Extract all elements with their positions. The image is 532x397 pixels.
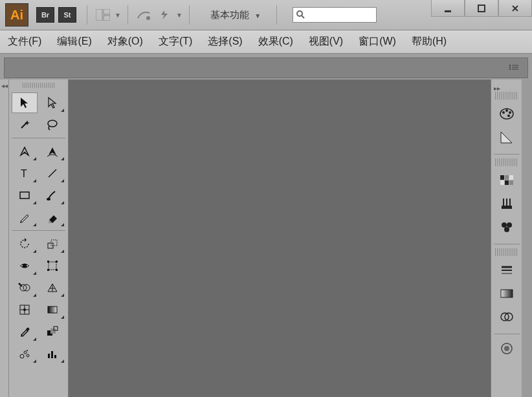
svg-point-22 — [47, 198, 50, 200]
pencil-tool[interactable] — [12, 207, 38, 228]
color-guide-panel-icon[interactable] — [495, 127, 518, 147]
selection-tool[interactable] — [12, 92, 38, 113]
svg-point-56 — [509, 111, 511, 114]
svg-rect-44 — [50, 328, 56, 334]
brushes-panel-icon[interactable] — [495, 193, 518, 214]
stroke-panel-icon[interactable] — [495, 260, 518, 281]
free-transform-tool[interactable] — [39, 255, 65, 276]
perspective-grid-tool[interactable] — [39, 277, 65, 298]
svg-rect-59 — [505, 175, 509, 180]
svg-point-3 — [146, 16, 150, 20]
menu-edit[interactable]: 编辑(E) — [57, 35, 91, 48]
menu-help[interactable]: 帮助(H) — [412, 35, 447, 48]
eyedropper-tool[interactable] — [12, 321, 38, 342]
svg-rect-63 — [509, 180, 513, 185]
panel-grip[interactable] — [9, 81, 68, 90]
panel-grip[interactable] — [495, 92, 518, 100]
svg-rect-21 — [20, 192, 29, 198]
column-graph-tool[interactable] — [39, 343, 65, 364]
maximize-button[interactable] — [465, 0, 498, 17]
workspace-dropdown[interactable]: 基本功能 ▼ — [201, 6, 270, 24]
svg-line-20 — [49, 169, 56, 177]
svg-point-54 — [502, 111, 505, 114]
color-panel-icon[interactable] — [495, 103, 518, 124]
blend-tool[interactable] — [39, 321, 65, 342]
menu-effect[interactable]: 效果(C) — [258, 35, 293, 48]
mesh-tool[interactable] — [12, 299, 38, 320]
direct-selection-tool[interactable] — [39, 92, 65, 113]
svg-point-4 — [297, 11, 302, 16]
svg-rect-2 — [104, 16, 110, 21]
svg-rect-51 — [51, 351, 53, 358]
arrange-documents-icon[interactable] — [94, 7, 112, 23]
type-tool[interactable]: T — [12, 163, 38, 184]
svg-text:T: T — [21, 168, 27, 179]
gradient-tool[interactable] — [39, 299, 65, 320]
close-button[interactable] — [498, 0, 532, 17]
paintbrush-tool[interactable] — [39, 185, 65, 206]
svg-rect-29 — [56, 261, 58, 263]
rotate-tool[interactable] — [12, 233, 38, 254]
canvas-area[interactable] — [69, 80, 491, 397]
right-scrollbar[interactable] — [522, 80, 532, 397]
svg-point-47 — [24, 351, 27, 354]
rectangle-tool[interactable] — [12, 185, 38, 206]
svg-rect-60 — [509, 175, 513, 180]
pen-tool[interactable] — [12, 141, 38, 162]
right-panel-dock: ▸▸ — [491, 80, 522, 397]
svg-point-17 — [48, 120, 57, 127]
panel-grip[interactable] — [495, 158, 518, 166]
search-input[interactable] — [293, 7, 377, 23]
svg-line-5 — [302, 16, 304, 18]
svg-rect-30 — [47, 269, 49, 271]
magic-wand-tool[interactable] — [12, 114, 38, 135]
lasso-tool[interactable] — [39, 114, 65, 135]
symbol-sprayer-tool[interactable] — [12, 343, 38, 364]
main-area: ◂◂ T — [0, 80, 532, 397]
collapse-arrow-icon: ◂◂ — [0, 80, 8, 89]
svg-point-40 — [23, 308, 26, 311]
svg-rect-50 — [48, 354, 50, 358]
svg-rect-31 — [56, 269, 58, 271]
panel-grip[interactable] — [495, 248, 518, 256]
minimize-button[interactable] — [431, 0, 465, 17]
menu-file[interactable]: 文件(F) — [8, 35, 41, 48]
svg-rect-15 — [509, 69, 511, 70]
menu-view[interactable]: 视图(V) — [309, 35, 343, 48]
menu-window[interactable]: 窗口(W) — [359, 35, 396, 48]
gpu-icon[interactable] — [135, 7, 153, 23]
menu-type[interactable]: 文字(T) — [159, 35, 192, 48]
svg-rect-0 — [96, 9, 102, 21]
svg-rect-6 — [445, 10, 451, 12]
expand-arrow-icon[interactable]: ▸▸ — [491, 82, 500, 92]
shape-builder-tool[interactable] — [12, 277, 38, 298]
svg-rect-1 — [104, 9, 110, 14]
symbols-panel-icon[interactable] — [495, 217, 518, 237]
width-tool[interactable] — [12, 255, 38, 276]
titlebar: Ai Br St ▼ ▼ 基本功能 ▼ — [0, 0, 532, 30]
scale-tool[interactable] — [39, 233, 65, 254]
svg-point-34 — [19, 283, 21, 285]
curvature-tool[interactable] — [39, 141, 65, 162]
menu-select[interactable]: 选择(S) — [208, 35, 242, 48]
swatches-panel-icon[interactable] — [495, 170, 518, 191]
bridge-icon[interactable]: Br — [36, 7, 54, 23]
svg-rect-41 — [48, 306, 57, 313]
svg-point-69 — [507, 222, 512, 228]
sync-icon[interactable] — [155, 7, 173, 23]
svg-rect-74 — [501, 290, 513, 297]
svg-point-78 — [504, 346, 509, 351]
svg-rect-62 — [505, 180, 509, 185]
transparency-panel-icon[interactable] — [495, 306, 518, 327]
svg-rect-58 — [500, 175, 504, 180]
eraser-tool[interactable] — [39, 207, 65, 228]
panel-menu-icon[interactable] — [509, 63, 522, 71]
menu-object[interactable]: 对象(O) — [107, 35, 143, 48]
gradient-panel-icon[interactable] — [495, 283, 518, 304]
appearance-panel-icon[interactable] — [495, 338, 518, 359]
line-tool[interactable] — [39, 163, 65, 184]
stock-icon[interactable]: St — [58, 7, 76, 23]
svg-point-46 — [20, 354, 24, 358]
svg-point-70 — [504, 227, 509, 232]
left-collapse-bar[interactable]: ◂◂ — [0, 80, 9, 397]
